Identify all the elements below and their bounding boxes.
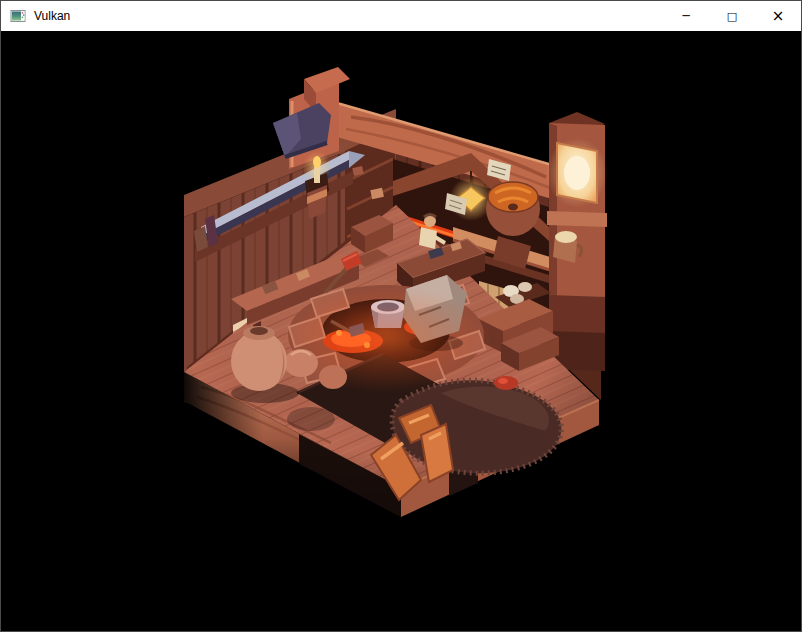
- app-window: Vulkan ─ □ ×: [0, 0, 802, 632]
- right-pillar: [546, 112, 608, 371]
- close-icon: ×: [772, 7, 785, 25]
- close-button[interactable]: ×: [755, 1, 801, 31]
- app-icon: [10, 8, 26, 24]
- barrel: [486, 182, 540, 236]
- forge-diorama: [1, 31, 801, 631]
- minimize-icon: ─: [682, 9, 689, 23]
- titlebar[interactable]: Vulkan ─ □ ×: [1, 1, 801, 31]
- window-controls: ─ □ ×: [663, 1, 801, 31]
- maximize-icon: □: [727, 10, 737, 23]
- minimize-button[interactable]: ─: [663, 1, 709, 31]
- lava-glow: [281, 285, 491, 393]
- vulkan-viewport[interactable]: [1, 31, 801, 631]
- window-title: Vulkan: [34, 9, 70, 23]
- maximize-button[interactable]: □: [709, 1, 755, 31]
